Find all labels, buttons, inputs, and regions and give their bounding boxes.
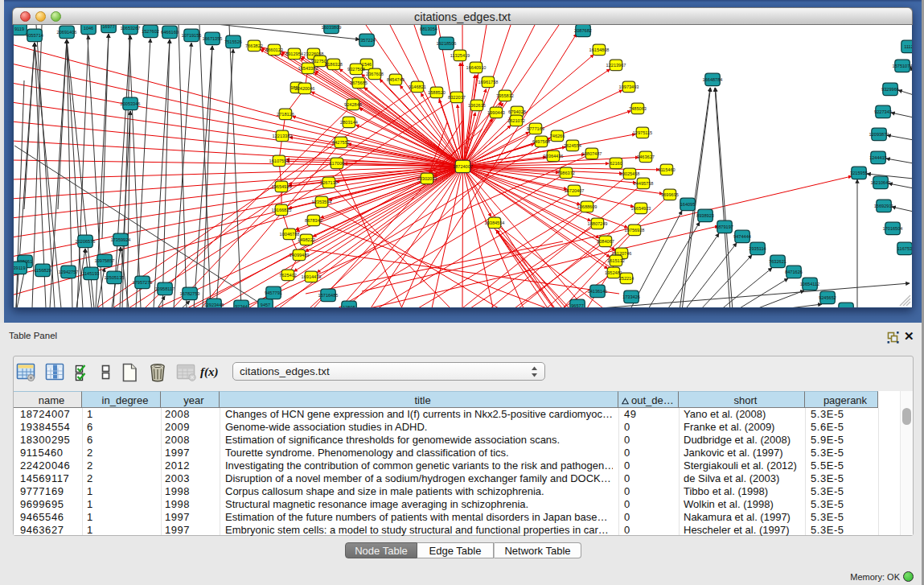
svg-text:6466160: 6466160: [161, 30, 179, 35]
svg-text:10807487: 10807487: [582, 151, 602, 156]
svg-text:9457791: 9457791: [265, 290, 282, 295]
svg-text:17359924: 17359924: [111, 237, 131, 242]
svg-text:3624554: 3624554: [564, 143, 581, 148]
svg-text:8912954: 8912954: [285, 51, 303, 56]
svg-text:8427552: 8427552: [332, 140, 350, 145]
svg-text:9245652: 9245652: [819, 295, 836, 300]
svg-text:12923448: 12923448: [204, 303, 224, 307]
svg-text:16543382: 16543382: [298, 66, 318, 71]
svg-text:62160: 62160: [610, 161, 622, 166]
svg-text:10654112: 10654112: [800, 282, 819, 286]
svg-text:15751074: 15751074: [893, 64, 912, 68]
svg-text:9115460: 9115460: [658, 167, 675, 172]
svg-text:2087682: 2087682: [574, 28, 592, 33]
svg-text:8322037: 8322037: [448, 95, 466, 100]
svg-text:252214: 252214: [619, 276, 634, 281]
svg-text:3215955: 3215955: [850, 171, 868, 175]
svg-text:16210643: 16210643: [871, 180, 891, 185]
svg-text:1990443: 1990443: [487, 110, 505, 115]
svg-text:9474444: 9474444: [733, 234, 751, 239]
svg-text:164095: 164095: [680, 202, 696, 207]
svg-text:9084067: 9084067: [597, 239, 614, 244]
svg-text:12505135: 12505135: [105, 275, 125, 280]
svg-text:8813054: 8813054: [420, 27, 437, 31]
svg-text:8678342: 8678342: [305, 218, 322, 223]
svg-text:2367608: 2367608: [366, 72, 384, 76]
svg-text:16654923: 16654923: [631, 206, 651, 211]
svg-text:39119: 39119: [14, 266, 26, 270]
svg-text:9457: 9457: [261, 303, 270, 307]
svg-text:16033809: 16033809: [322, 25, 342, 30]
svg-text:9463627: 9463627: [637, 154, 655, 159]
svg-text:1621072: 1621072: [507, 118, 525, 123]
svg-text:10688609: 10688609: [577, 204, 598, 209]
svg-text:8938923: 8938923: [696, 213, 714, 218]
svg-text:18807249: 18807249: [588, 221, 608, 226]
svg-text:22420046: 22420046: [295, 86, 315, 91]
svg-text:19218506: 19218506: [437, 41, 457, 46]
svg-text:1527602: 1527602: [142, 29, 159, 34]
svg-text:7625402: 7625402: [279, 273, 297, 278]
svg-text:6794028: 6794028: [508, 109, 526, 114]
svg-text:7663822: 7663822: [245, 43, 263, 48]
svg-text:10958117: 10958117: [155, 286, 175, 291]
svg-text:17957275: 17957275: [133, 280, 153, 285]
svg-text:15692911: 15692911: [874, 204, 893, 208]
svg-text:1112: 1112: [904, 44, 912, 49]
svg-text:9327508: 9327508: [347, 67, 365, 72]
svg-text:12213967: 12213967: [606, 63, 626, 68]
svg-text:1156829: 1156829: [34, 268, 51, 273]
svg-text:15716485: 15716485: [318, 293, 339, 298]
svg-text:19654923: 19654923: [272, 184, 292, 189]
svg-text:16671355: 16671355: [203, 36, 223, 41]
svg-text:1498222: 1498222: [298, 237, 315, 242]
svg-text:7485063: 7485063: [629, 106, 647, 111]
svg-text:10719155: 10719155: [182, 33, 202, 38]
svg-text:1615132: 1615132: [607, 258, 625, 263]
svg-text:10975857: 10975857: [95, 258, 115, 263]
svg-text:19384554: 19384554: [485, 220, 505, 225]
svg-text:8471626: 8471626: [785, 270, 803, 274]
svg-text:9119: 9119: [14, 27, 24, 31]
svg-text:8660123: 8660123: [265, 47, 283, 52]
svg-text:9329966: 9329966: [881, 87, 899, 92]
svg-text:18724007: 18724007: [453, 164, 473, 169]
svg-text:10973493: 10973493: [619, 84, 639, 89]
svg-text:7632621: 7632621: [769, 259, 786, 264]
svg-text:117006: 117006: [330, 161, 344, 166]
svg-text:7357224: 7357224: [358, 38, 376, 43]
svg-text:8186328: 8186328: [325, 62, 343, 67]
svg-text:1588520: 1588520: [428, 90, 446, 95]
svg-text:14495758: 14495758: [634, 181, 654, 186]
svg-text:3267130: 3267130: [320, 180, 338, 185]
svg-text:19756928: 19756928: [625, 228, 645, 233]
svg-text:1952481: 1952481: [605, 270, 622, 275]
svg-text:96577: 96577: [571, 303, 584, 307]
svg-text:10046788: 10046788: [280, 232, 300, 237]
svg-text:7955812: 7955812: [496, 93, 514, 98]
svg-text:3675685: 3675685: [350, 80, 368, 85]
svg-text:8454749: 8454749: [387, 77, 405, 82]
svg-text:16154808: 16154808: [589, 47, 610, 52]
svg-text:9227343: 9227343: [874, 109, 892, 114]
svg-text:20364436: 20364436: [544, 154, 564, 159]
svg-text:10025458: 10025458: [620, 171, 640, 176]
svg-text:16640910: 16640910: [466, 65, 487, 70]
svg-text:746266: 746266: [550, 134, 565, 138]
svg-text:20206576: 20206576: [76, 239, 96, 244]
svg-text:1046: 1046: [84, 26, 93, 31]
svg-text:16977: 16977: [102, 25, 115, 29]
svg-text:6497568: 6497568: [532, 139, 550, 144]
svg-text:9146821: 9146821: [409, 84, 426, 89]
svg-text:92450: 92450: [840, 307, 852, 307]
svg-text:20053346: 20053346: [121, 101, 141, 106]
svg-text:7986372: 7986372: [557, 171, 575, 175]
svg-text:15720407: 15720407: [565, 188, 585, 193]
svg-text:116753: 116753: [897, 246, 912, 251]
svg-text:14136141: 14136141: [588, 289, 608, 294]
svg-text:16914479: 16914479: [302, 274, 322, 279]
svg-text:20691406: 20691406: [57, 30, 77, 35]
svg-text:2935114: 2935114: [749, 246, 766, 251]
svg-text:17016504: 17016504: [883, 226, 903, 231]
svg-text:1362615: 1362615: [468, 103, 486, 108]
